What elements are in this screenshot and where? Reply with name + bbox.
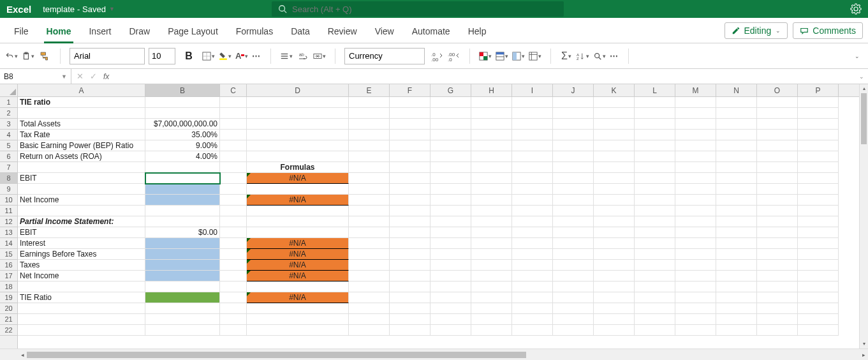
- cell-I8[interactable]: [512, 173, 553, 184]
- cell-F9[interactable]: [390, 184, 430, 195]
- cancel-formula-icon[interactable]: ✕: [77, 71, 84, 81]
- cell-K20[interactable]: [594, 303, 635, 314]
- cell-K3[interactable]: [594, 119, 635, 130]
- cell-I10[interactable]: [512, 195, 553, 206]
- cell-F7[interactable]: [390, 162, 430, 173]
- cell-J7[interactable]: [553, 162, 594, 173]
- cell-C16[interactable]: [220, 260, 247, 271]
- cell-I16[interactable]: [512, 260, 553, 271]
- cell-C18[interactable]: [220, 281, 247, 292]
- cell-E12[interactable]: [349, 216, 390, 227]
- cell-G15[interactable]: [430, 249, 471, 260]
- cell-G18[interactable]: [430, 281, 471, 292]
- menu-file[interactable]: File: [5, 21, 38, 43]
- cell-H14[interactable]: [471, 238, 512, 249]
- row-header-21[interactable]: 21: [0, 314, 17, 325]
- col-header-N[interactable]: N: [716, 84, 757, 96]
- cell-I1[interactable]: [512, 97, 553, 108]
- cell-C19[interactable]: [220, 292, 247, 303]
- col-header-H[interactable]: H: [471, 84, 512, 96]
- cell-A7[interactable]: [18, 162, 145, 173]
- cell-F11[interactable]: [390, 206, 430, 216]
- row-header-3[interactable]: 3: [0, 119, 17, 130]
- cell-N8[interactable]: [716, 173, 757, 184]
- cell-C7[interactable]: [220, 162, 247, 173]
- cell-C6[interactable]: [220, 151, 247, 162]
- cell-N18[interactable]: [716, 281, 757, 292]
- row-header-6[interactable]: 6: [0, 151, 17, 162]
- cell-H22[interactable]: [471, 325, 512, 336]
- search-input[interactable]: [292, 4, 557, 14]
- cell-B7[interactable]: [145, 162, 220, 173]
- scrollbar-thumb[interactable]: [861, 93, 867, 144]
- menu-review[interactable]: Review: [319, 21, 366, 43]
- cell-A6[interactable]: Return on Assets (ROA): [18, 151, 145, 162]
- row-header-10[interactable]: 10: [0, 195, 17, 206]
- cell-M5[interactable]: [675, 140, 716, 151]
- cell-F8[interactable]: [390, 173, 430, 184]
- cell-J20[interactable]: [553, 303, 594, 314]
- settings-button[interactable]: [850, 3, 862, 15]
- borders-button[interactable]: ▾: [202, 50, 215, 63]
- scroll-down-arrow[interactable]: ▾: [860, 340, 868, 349]
- cell-D20[interactable]: [247, 303, 349, 314]
- cell-D21[interactable]: [247, 314, 349, 325]
- col-header-M[interactable]: M: [675, 84, 716, 96]
- cell-G11[interactable]: [430, 206, 471, 216]
- row-header-17[interactable]: 17: [0, 271, 17, 281]
- cell-D1[interactable]: [247, 97, 349, 108]
- cell-I3[interactable]: [512, 119, 553, 130]
- cell-D17[interactable]: #N/A: [247, 271, 349, 281]
- cell-P7[interactable]: [798, 162, 839, 173]
- row-header-9[interactable]: 9: [0, 184, 17, 195]
- cell-K11[interactable]: [594, 206, 635, 216]
- cell-O15[interactable]: [757, 249, 798, 260]
- cell-C5[interactable]: [220, 140, 247, 151]
- cell-E7[interactable]: [349, 162, 390, 173]
- cell-G9[interactable]: [430, 184, 471, 195]
- cell-P3[interactable]: [798, 119, 839, 130]
- font-size-select[interactable]: [149, 48, 175, 64]
- cell-P2[interactable]: [798, 108, 839, 119]
- cell-E5[interactable]: [349, 140, 390, 151]
- cell-C13[interactable]: [220, 227, 247, 238]
- cell-J6[interactable]: [553, 151, 594, 162]
- cell-G4[interactable]: [430, 130, 471, 140]
- cell-G5[interactable]: [430, 140, 471, 151]
- cell-O17[interactable]: [757, 271, 798, 281]
- row-header-15[interactable]: 15: [0, 249, 17, 260]
- cell-G10[interactable]: [430, 195, 471, 206]
- cell-E3[interactable]: [349, 119, 390, 130]
- cell-H2[interactable]: [471, 108, 512, 119]
- cell-I6[interactable]: [512, 151, 553, 162]
- cell-L12[interactable]: [635, 216, 675, 227]
- cell-L4[interactable]: [635, 130, 675, 140]
- cell-B4[interactable]: 35.00%: [145, 130, 220, 140]
- cell-F18[interactable]: [390, 281, 430, 292]
- cell-L9[interactable]: [635, 184, 675, 195]
- clipboard-button[interactable]: ▾: [22, 50, 34, 63]
- cell-A9[interactable]: [18, 184, 145, 195]
- cell-F20[interactable]: [390, 303, 430, 314]
- cell-O1[interactable]: [757, 97, 798, 108]
- cell-G22[interactable]: [430, 325, 471, 336]
- comments-button[interactable]: Comments: [793, 22, 863, 39]
- align-button[interactable]: ▾: [280, 50, 293, 63]
- scroll-up-arrow[interactable]: ▴: [860, 84, 868, 93]
- row-header-22[interactable]: 22: [0, 325, 17, 336]
- cell-K5[interactable]: [594, 140, 635, 151]
- cell-M7[interactable]: [675, 162, 716, 173]
- cell-A21[interactable]: [18, 314, 145, 325]
- formula-input[interactable]: [115, 72, 854, 81]
- cell-B10[interactable]: [145, 195, 220, 206]
- row-header-18[interactable]: 18: [0, 281, 17, 292]
- cell-N16[interactable]: [716, 260, 757, 271]
- cell-F5[interactable]: [390, 140, 430, 151]
- cell-P11[interactable]: [798, 206, 839, 216]
- cell-M1[interactable]: [675, 97, 716, 108]
- row-header-12[interactable]: 12: [0, 216, 17, 227]
- cell-G7[interactable]: [430, 162, 471, 173]
- cell-H12[interactable]: [471, 216, 512, 227]
- cell-J17[interactable]: [553, 271, 594, 281]
- cell-E18[interactable]: [349, 281, 390, 292]
